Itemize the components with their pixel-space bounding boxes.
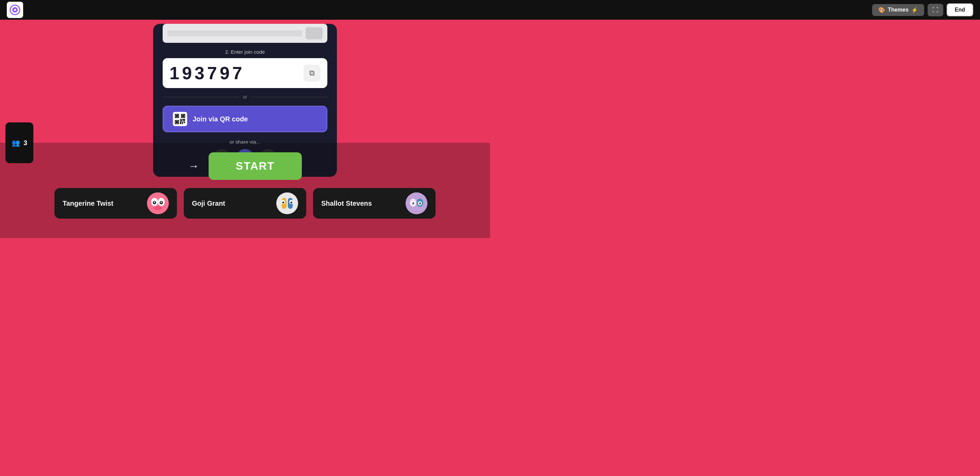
or-divider: or <box>163 94 327 100</box>
svg-rect-14 <box>181 119 182 120</box>
svg-rect-9 <box>182 115 184 117</box>
svg-rect-12 <box>176 121 178 123</box>
arrow-icon: → <box>188 160 199 172</box>
svg-rect-18 <box>180 122 181 124</box>
join-code-box: 193797 ⧉ <box>163 58 327 88</box>
qr-code-button[interactable]: Join via QR code <box>163 106 327 132</box>
start-area: → START <box>188 143 302 188</box>
copy-button[interactable]: ⧉ <box>304 65 321 82</box>
svg-rect-16 <box>180 121 182 121</box>
svg-point-26 <box>154 202 155 203</box>
main-content: 2. Enter join code 193797 ⧉ or <box>0 0 490 238</box>
players-row: Tangerine Twist Goji Grant <box>54 188 436 219</box>
logo <box>7 2 23 18</box>
start-button[interactable]: START <box>208 152 302 180</box>
bottom-bar: 👥 3 → START Tangerine Twist <box>0 143 490 238</box>
svg-point-46 <box>419 203 420 204</box>
svg-point-38 <box>406 192 427 214</box>
svg-rect-20 <box>183 122 185 123</box>
svg-point-3 <box>14 9 16 11</box>
svg-point-21 <box>147 192 169 214</box>
top-partial-row <box>163 24 327 43</box>
qr-icon <box>173 112 187 126</box>
svg-point-29 <box>276 192 298 214</box>
participant-count: 3 <box>24 139 27 147</box>
or-text: or <box>243 94 247 100</box>
svg-point-27 <box>161 202 162 203</box>
player-name: Shallot Stevens <box>321 200 372 208</box>
copy-icon: ⧉ <box>309 69 315 78</box>
svg-rect-15 <box>183 119 185 120</box>
header: 🎨 Themes ⚡ ⛶ End <box>0 0 490 20</box>
qr-button-label: Join via QR code <box>192 115 248 123</box>
join-code: 193797 <box>169 63 245 83</box>
svg-point-28 <box>154 206 162 210</box>
svg-point-36 <box>282 201 283 202</box>
participants-icon: 👥 <box>11 139 20 147</box>
svg-point-45 <box>412 203 414 204</box>
svg-rect-17 <box>183 121 185 121</box>
step-label: 2. Enter join code <box>153 49 337 55</box>
svg-rect-13 <box>180 119 181 120</box>
player-name: Tangerine Twist <box>63 200 113 208</box>
svg-point-37 <box>291 201 292 202</box>
player-card: Shallot Stevens <box>313 188 436 219</box>
svg-rect-19 <box>182 122 183 124</box>
avatar <box>147 192 169 214</box>
player-card: Goji Grant <box>184 188 306 219</box>
participant-badge: 👥 3 <box>5 122 33 163</box>
avatar <box>276 192 298 214</box>
player-name: Goji Grant <box>192 200 225 208</box>
player-card: Tangerine Twist <box>54 188 177 219</box>
svg-rect-6 <box>176 115 178 117</box>
avatar <box>406 192 427 214</box>
start-label: START <box>236 160 275 172</box>
